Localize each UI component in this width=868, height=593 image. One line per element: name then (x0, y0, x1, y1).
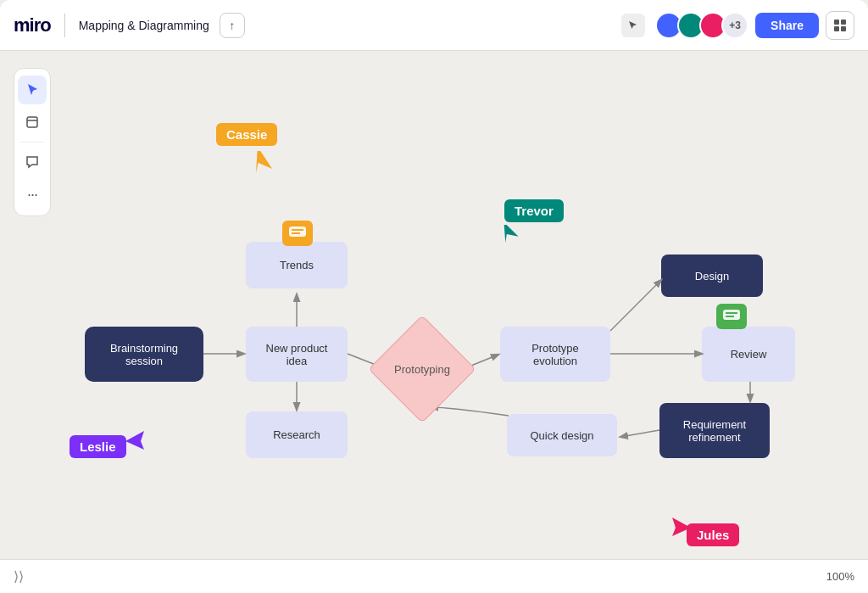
prototype-evolution-node[interactable]: Prototype evolution (500, 327, 610, 382)
header-right: +3 Share (621, 11, 854, 40)
template-button[interactable] (826, 11, 854, 40)
avatar-group: +3 (655, 12, 748, 39)
prototyping-node[interactable]: Prototyping (384, 331, 460, 407)
new-product-node[interactable]: New product idea (246, 327, 348, 382)
jules-label: Jules (687, 523, 739, 546)
svg-rect-4 (27, 117, 37, 127)
expand-button[interactable]: ⟩⟩ (14, 568, 24, 585)
canvas: Cassie Trevor Leslie Jules Brainstorming… (0, 51, 868, 593)
svg-marker-15 (250, 151, 275, 176)
svg-marker-16 (500, 225, 519, 243)
more-tools[interactable]: ··· (18, 180, 47, 209)
bottom-bar: ⟩⟩ 100% (0, 559, 868, 593)
svg-line-13 (620, 430, 659, 437)
avatar-count: +3 (721, 12, 748, 39)
requirement-node[interactable]: Requirement refinement (659, 403, 770, 458)
leslie-label: Leslie (70, 435, 126, 458)
svg-marker-18 (672, 517, 691, 536)
brainstorming-node[interactable]: Brainstorming session (85, 327, 203, 382)
comment-tool[interactable] (18, 148, 47, 176)
board-title[interactable]: Mapping & Diagramming (79, 19, 209, 32)
svg-marker-17 (125, 431, 144, 450)
logo: miro (14, 14, 51, 36)
svg-rect-2 (834, 26, 839, 31)
research-node[interactable]: Research (246, 411, 348, 458)
review-comment-icon[interactable] (716, 304, 747, 329)
design-node[interactable]: Design (661, 255, 763, 297)
svg-rect-0 (834, 20, 839, 25)
cursor-tool[interactable] (18, 76, 47, 104)
upload-button[interactable]: ↑ (220, 13, 245, 38)
sticky-tool[interactable] (18, 108, 47, 137)
trevor-label: Trevor (504, 199, 564, 222)
svg-rect-22 (723, 310, 740, 320)
svg-rect-3 (841, 26, 846, 31)
toolbar-divider (20, 142, 44, 143)
header: miro Mapping & Diagramming ↑ +3 Share (0, 0, 868, 51)
share-button[interactable]: Share (755, 13, 819, 38)
zoom-level[interactable]: 100% (826, 570, 854, 583)
trends-comment-icon[interactable] (282, 221, 313, 246)
header-divider (64, 14, 65, 37)
cursor-icon (621, 14, 645, 37)
left-toolbar: ··· (14, 68, 51, 216)
svg-rect-19 (289, 227, 306, 237)
review-node[interactable]: Review (702, 327, 795, 382)
quick-design-node[interactable]: Quick design (507, 414, 617, 456)
cassie-label: Cassie (216, 123, 277, 146)
svg-rect-1 (841, 20, 846, 25)
trends-node[interactable]: Trends (246, 242, 348, 288)
